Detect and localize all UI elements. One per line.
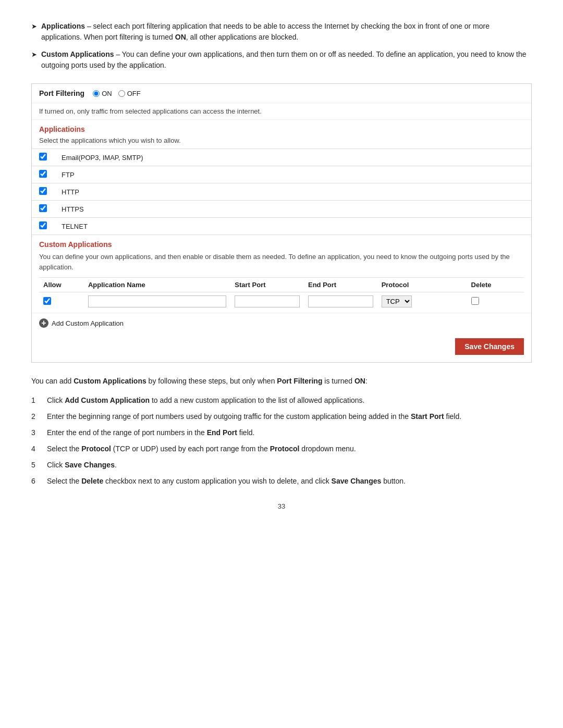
pf-header: Port Filtering ON OFF [32,84,531,103]
add-custom-row: + Add Custom Application [32,313,531,333]
steps-list: 1 Click Add Custom Application to add a … [31,395,532,487]
port-filtering-box: Port Filtering ON OFF If turned on, only… [31,83,532,363]
custom-end-port-input-1[interactable] [308,295,373,307]
plus-icon: + [39,318,48,328]
radio-off-text: OFF [127,90,141,97]
app-label-email: Email(POP3, IMAP, SMTP) [54,149,531,166]
applications-table: Email(POP3, IMAP, SMTP) FTP HTTP HTTPS T… [32,149,531,235]
app-label-ftp: FTP [54,166,531,183]
app-checkbox-ftp[interactable] [39,170,47,178]
step-4-text: Select the Protocol (TCP or UDP) used by… [47,443,356,454]
step-num-3: 3 [31,427,47,438]
step-num-5: 5 [31,460,47,471]
radio-off[interactable] [118,90,125,97]
custom-section-desc: You can define your own applications, an… [39,252,524,272]
add-custom-application-button[interactable]: + Add Custom Application [39,318,124,328]
pf-title: Port Filtering [39,89,84,97]
intro-bullet-list: ➤ Applications – select each port filter… [31,21,532,71]
col-allow: Allow [39,278,84,292]
app-checkbox-https[interactable] [39,204,47,212]
arrow-icon-2: ➤ [31,50,37,60]
step-3-text: Enter the end of the range of port numbe… [47,427,254,438]
step-3: 3 Enter the end of the range of port num… [31,427,532,438]
radio-off-label[interactable]: OFF [118,90,141,97]
custom-applications-table: Allow Application Name Start Port End Po… [39,277,524,311]
custom-applications-section: Custom Applications You can define your … [32,235,531,313]
app-label-http: HTTP [54,183,531,201]
custom-row-1: TCP UDP [39,292,524,311]
bullet-applications-text: Applications – select each port filterin… [41,21,532,43]
step-1: 1 Click Add Custom Application to add a … [31,395,532,406]
custom-allow-checkbox-1[interactable] [43,297,51,305]
app-row-telnet: TELNET [32,218,531,235]
body-text-paragraph: You can add Custom Applications by follo… [31,375,532,387]
col-protocol: Protocol [377,278,467,292]
col-delete: Delete [467,278,524,292]
custom-start-port-input-1[interactable] [235,295,300,307]
col-app-name: Application Name [84,278,230,292]
app-row-http: HTTP [32,183,531,201]
radio-on-text: ON [102,90,112,97]
step-6: 6 Select the Delete checkbox next to any… [31,476,532,487]
radio-on-label[interactable]: ON [93,90,112,97]
custom-app-name-input-1[interactable] [88,295,226,307]
custom-protocol-select-1[interactable]: TCP UDP [382,295,412,307]
app-checkbox-email[interactable] [39,153,47,161]
col-start-port: Start Port [230,278,304,292]
step-2: 2 Enter the beginning range of port numb… [31,411,532,422]
app-checkbox-telnet[interactable] [39,221,47,229]
bullet-custom-text: Custom Applications – You can define you… [41,49,532,71]
step-num-4: 4 [31,443,47,454]
add-custom-label: Add Custom Application [52,319,124,327]
app-row-ftp: FTP [32,166,531,183]
col-end-port: End Port [304,278,377,292]
save-changes-button[interactable]: Save Changes [455,338,524,355]
step-4: 4 Select the Protocol (TCP or UDP) used … [31,443,532,454]
step-2-text: Enter the beginning range of port number… [47,411,461,422]
step-6-text: Select the Delete checkbox next to any c… [47,476,406,487]
app-label-https: HTTPS [54,201,531,218]
step-1-text: Click Add Custom Application to add a ne… [47,395,365,406]
applications-section-title: Applicatioins [32,120,531,135]
radio-on[interactable] [93,90,100,97]
step-5-text: Click Save Changes. [47,460,117,471]
custom-table-header-row: Allow Application Name Start Port End Po… [39,278,524,292]
bullet-applications: ➤ Applications – select each port filter… [31,21,532,43]
app-label-telnet: TELNET [54,218,531,235]
step-num-6: 6 [31,476,47,487]
applications-section-desc: Select the applications which you wish t… [32,135,531,149]
page-number: 33 [31,502,532,510]
app-row-https: HTTPS [32,201,531,218]
app-row-email: Email(POP3, IMAP, SMTP) [32,149,531,166]
custom-section-title: Custom Applications [39,240,524,249]
step-num-2: 2 [31,411,47,422]
bullet-custom-applications: ➤ Custom Applications – You can define y… [31,49,532,71]
custom-delete-checkbox-1[interactable] [471,297,479,305]
app-checkbox-http[interactable] [39,187,47,195]
save-row: Save Changes [32,333,531,362]
arrow-icon: ➤ [31,21,37,32]
step-5: 5 Click Save Changes. [31,460,532,471]
pf-subtitle: If turned on, only traffic from selected… [32,103,531,120]
pf-radio-group[interactable]: ON OFF [93,90,141,97]
step-num-1: 1 [31,395,47,406]
